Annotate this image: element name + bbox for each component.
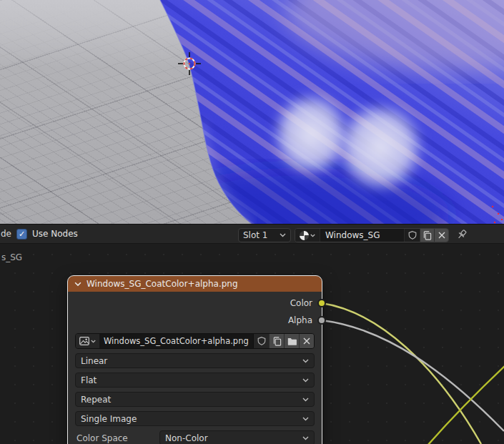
close-icon <box>303 337 310 345</box>
viewport-scene <box>0 0 504 224</box>
output-row-color: Color <box>68 295 322 312</box>
color-output-socket[interactable] <box>317 299 326 307</box>
image-fake-user-button[interactable] <box>253 334 269 348</box>
browse-image-button[interactable] <box>76 334 99 348</box>
alpha-output-socket[interactable] <box>317 316 326 325</box>
unlink-image-button[interactable] <box>299 334 314 348</box>
chevron-down-icon <box>310 234 315 237</box>
chevron-down-icon <box>302 398 309 402</box>
extension-dropdown[interactable]: Repeat <box>75 392 315 407</box>
output-row-alpha: Alpha <box>68 312 322 329</box>
color-space-value: Non-Color <box>165 433 208 443</box>
open-image-button[interactable] <box>284 334 299 348</box>
projection-dropdown[interactable]: Flat <box>75 373 315 388</box>
projection-value: Flat <box>81 375 97 385</box>
copy-icon <box>272 337 282 346</box>
node-body: Color Alpha Windows_SG_CoatColor+alpha.p… <box>68 292 322 444</box>
blender-window: de ✓ Use Nodes Slot 1 Windows_SG <box>0 0 504 444</box>
collapse-chevron-icon[interactable] <box>74 282 81 287</box>
close-icon <box>438 232 445 239</box>
material-sphere-icon <box>300 231 309 240</box>
slot-dropdown-value: Slot 1 <box>243 230 267 240</box>
link-crossing <box>428 366 504 444</box>
shield-icon <box>257 336 266 346</box>
unlink-material-button[interactable] <box>434 229 448 242</box>
source-dropdown[interactable]: Single Image <box>75 411 315 426</box>
copy-icon <box>423 231 432 240</box>
3d-viewport[interactable] <box>0 0 504 224</box>
shader-node-editor[interactable]: s_SG Windows_SG_CoatColor+alpha.png Colo… <box>0 244 504 444</box>
shield-icon <box>408 230 417 240</box>
image-icon <box>79 337 89 345</box>
node-header[interactable]: Windows_SG_CoatColor+alpha.png <box>68 276 322 292</box>
browse-material-button[interactable] <box>295 229 320 242</box>
fake-user-button[interactable] <box>404 229 420 242</box>
material-datablock-selector: Windows_SG <box>295 228 449 242</box>
material-name-field[interactable]: Windows_SG <box>320 229 404 242</box>
chevron-down-icon <box>91 340 96 343</box>
source-value: Single Image <box>81 414 137 424</box>
extension-value: Repeat <box>81 395 111 405</box>
color-space-row: Color Space Non-Color <box>75 430 315 444</box>
pin-button[interactable] <box>456 229 468 243</box>
pin-icon <box>456 229 468 240</box>
color-space-dropdown[interactable]: Non-Color <box>159 430 315 444</box>
image-name-field[interactable]: Windows_SG_CoatColor+alpha.png <box>99 334 253 348</box>
chevron-down-icon <box>302 436 309 440</box>
image-datablock-selector: Windows_SG_CoatColor+alpha.png <box>75 333 315 349</box>
duplicate-material-button[interactable] <box>420 229 434 242</box>
chevron-down-icon <box>302 359 309 363</box>
output-label: Color <box>290 298 312 308</box>
output-label: Alpha <box>288 315 312 325</box>
folder-icon <box>287 337 297 345</box>
shader-editor-header: de ✓ Use Nodes Slot 1 Windows_SG <box>0 224 504 244</box>
chevron-down-icon <box>280 233 286 237</box>
color-space-label: Color Space <box>75 433 159 443</box>
truncated-mode-text: de <box>1 229 11 239</box>
chevron-down-icon <box>302 378 309 383</box>
duplicate-image-button[interactable] <box>269 334 284 348</box>
use-nodes-checkbox[interactable]: ✓ <box>16 229 27 240</box>
interpolation-value: Linear <box>81 356 107 366</box>
chevron-down-icon <box>302 417 309 421</box>
interpolation-dropdown[interactable]: Linear <box>75 353 315 368</box>
checkmark-icon: ✓ <box>19 230 25 238</box>
slot-dropdown[interactable]: Slot 1 <box>238 228 291 242</box>
use-nodes-label: Use Nodes <box>32 229 78 239</box>
image-texture-node[interactable]: Windows_SG_CoatColor+alpha.png Color Alp… <box>68 276 322 444</box>
blue-object[interactable] <box>0 0 504 224</box>
node-title: Windows_SG_CoatColor+alpha.png <box>87 279 238 289</box>
link-alpha-output <box>322 320 504 431</box>
